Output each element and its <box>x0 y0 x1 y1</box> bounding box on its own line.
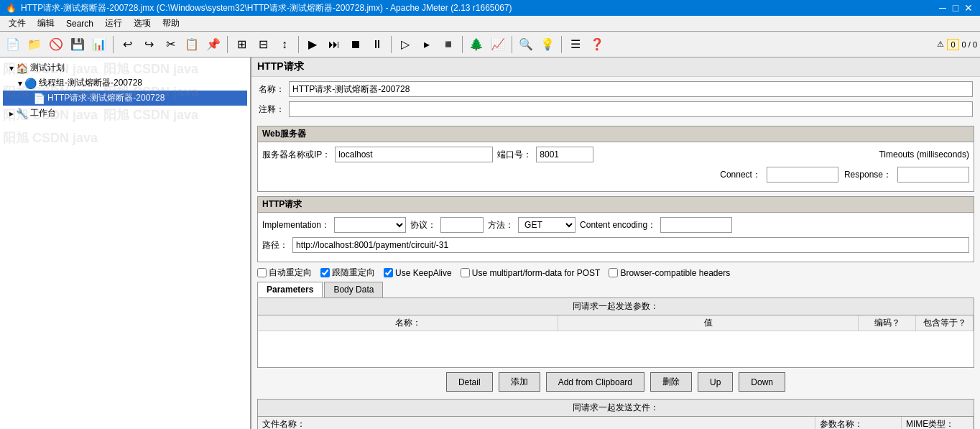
tree-node-thread-group[interactable]: ▾ 🔵 线程组-测试熔断器-200728 <box>3 75 247 91</box>
right-panel: HTTP请求 名称： 注释： Web服务器 服务器名称或IP： <box>251 57 980 429</box>
response-label: Response： <box>844 169 892 181</box>
expand-button[interactable]: ⊞ <box>231 34 251 55</box>
tabs: Parameters Body Data <box>257 282 974 297</box>
tree-node-work-bench[interactable]: ▸ 🔧 工作台 <box>3 106 247 121</box>
encoding-input[interactable] <box>660 217 732 233</box>
save-button[interactable]: 💾 <box>68 34 88 55</box>
browser-compat-text: Browser-compatible headers <box>620 268 730 278</box>
add-from-clipboard-button[interactable]: Add from Clipboard <box>546 372 644 392</box>
auto-redirect-label[interactable]: 自动重定向 <box>257 267 312 279</box>
implementation-select[interactable]: HttpClient4 Java <box>334 217 406 233</box>
browser-compat-label[interactable]: Browser-compatible headers <box>609 268 730 278</box>
close-button[interactable]: ✕ <box>963 2 974 14</box>
multipart-checkbox[interactable] <box>461 268 470 277</box>
minimize-button[interactable]: ─ <box>937 2 948 14</box>
cut-button[interactable]: ✂ <box>160 34 180 55</box>
tree-label-test-plan: 测试计划 <box>30 62 65 74</box>
start-button[interactable]: ▶ <box>302 34 323 55</box>
tree-node-http-request[interactable]: 📄 HTTP请求-测试熔断器-200728 <box>3 91 247 106</box>
left-panel: 阳旭 CSDN java 阳旭 CSDN java 阳旭 CSDN java 阳… <box>0 57 251 429</box>
comment-input[interactable] <box>289 101 973 117</box>
copy-button[interactable]: 📋 <box>182 34 202 55</box>
remote-stop-button[interactable]: ◾ <box>438 34 458 55</box>
menu-search[interactable]: Search <box>60 16 99 31</box>
keep-alive-label[interactable]: Use KeepAlive <box>384 268 452 278</box>
results-tree-button[interactable]: 🌲 <box>466 34 486 55</box>
collapse-button[interactable]: ⊟ <box>253 34 273 55</box>
method-select[interactable]: GET POST PUT DELETE <box>518 217 575 233</box>
browser-compat-checkbox[interactable] <box>609 268 618 277</box>
save-as-button[interactable]: 📊 <box>89 34 109 55</box>
tree-expand-thread-group[interactable]: ▾ <box>16 78 24 88</box>
menu-run[interactable]: 运行 <box>99 16 128 31</box>
clear-button[interactable]: ☰ <box>565 34 586 55</box>
toolbar-separator-1 <box>113 36 114 53</box>
multipart-label[interactable]: Use multipart/form-data for POST <box>461 268 601 278</box>
open-button[interactable]: 📁 <box>24 34 45 55</box>
tree-node-test-plan[interactable]: ▾ 🏠 测试计划 <box>3 60 247 75</box>
stop-button[interactable]: ⏹ <box>346 34 366 55</box>
response-input[interactable] <box>897 167 969 183</box>
error-button[interactable]: 🚫 <box>46 34 66 55</box>
tree-expand-test-plan[interactable]: ▾ <box>7 63 16 73</box>
menu-help[interactable]: 帮助 <box>157 16 185 31</box>
keep-alive-checkbox[interactable] <box>384 268 393 277</box>
port-label: 端口号： <box>497 149 532 161</box>
undo-button[interactable]: ↩ <box>117 34 137 55</box>
app-icon: 🔥 <box>6 3 17 13</box>
start-no-pause-button[interactable]: ⏭ <box>324 34 344 55</box>
work-bench-icon: 🔧 <box>16 108 28 119</box>
comment-row: 注释： <box>259 101 973 117</box>
tree-expand-work-bench[interactable]: ▸ <box>7 109 16 119</box>
results-aggregate-button[interactable]: 📈 <box>488 34 508 55</box>
paste-button[interactable]: 📌 <box>203 34 223 55</box>
files-column-headers: 文件名称： 参数名称： MIME类型： <box>258 417 974 429</box>
auto-redirect-checkbox[interactable] <box>257 268 267 277</box>
maximize-button[interactable]: □ <box>950 2 961 14</box>
warning-icon: ⚠ <box>937 40 944 49</box>
name-input[interactable] <box>289 81 973 97</box>
protocol-input[interactable] <box>440 217 484 233</box>
params-header: 同请求一起发送参数： <box>258 298 974 315</box>
server-input[interactable] <box>335 147 493 162</box>
toggle-button[interactable]: ↕ <box>274 34 295 55</box>
tab-body-data[interactable]: Body Data <box>324 282 383 297</box>
follow-redirect-checkbox[interactable] <box>320 268 330 277</box>
col-encode: 编码？ <box>859 315 916 331</box>
add-button[interactable]: 添加 <box>499 372 540 392</box>
multipart-text: Use multipart/form-data for POST <box>472 268 601 278</box>
menu-edit[interactable]: 编辑 <box>32 16 60 31</box>
down-button[interactable]: Down <box>739 372 785 392</box>
method-label: 方法： <box>488 219 514 231</box>
params-table: 同请求一起发送参数： 名称： 值 编码？ 包含等于？ <box>257 297 974 368</box>
shutdown-button[interactable]: ⏸ <box>367 34 387 55</box>
path-input[interactable] <box>292 237 969 253</box>
http-request-label: HTTP请求 <box>258 197 974 213</box>
toolbar-separator-3 <box>298 36 299 53</box>
http-request-section: HTTP请求 Implementation： HttpClient4 Java … <box>257 196 974 262</box>
keep-alive-text: Use KeepAlive <box>395 268 452 278</box>
remote-start-all-button[interactable]: ▸ <box>417 34 437 55</box>
toolbar-separator-4 <box>391 36 392 53</box>
menu-file[interactable]: 文件 <box>3 16 32 31</box>
menu-options[interactable]: 选项 <box>128 16 157 31</box>
params-column-headers: 名称： 值 编码？ 包含等于？ <box>258 315 974 331</box>
files-header: 同请求一起发送文件： <box>258 400 974 417</box>
redo-button[interactable]: ↪ <box>139 34 159 55</box>
search-button[interactable]: 🔍 <box>516 34 536 55</box>
web-server-title: Web服务器 <box>258 126 974 142</box>
col-mime-type: MIME类型： <box>902 417 974 429</box>
delete-button[interactable]: 删除 <box>650 372 692 392</box>
port-input[interactable] <box>536 147 593 162</box>
help-button[interactable]: ❓ <box>587 34 607 55</box>
detail-button[interactable]: Detail <box>446 372 493 392</box>
encoding-label: Content encoding： <box>580 219 656 231</box>
function-helper-button[interactable]: 💡 <box>537 34 558 55</box>
toolbar: 📄 📁 🚫 💾 📊 ↩ ↪ ✂ 📋 📌 ⊞ ⊟ ↕ ▶ ⏭ ⏹ ⏸ ▷ ▸ ◾ … <box>0 32 980 57</box>
connect-input[interactable] <box>767 167 838 183</box>
follow-redirect-label[interactable]: 跟随重定向 <box>320 267 375 279</box>
up-button[interactable]: Up <box>698 372 733 392</box>
new-button[interactable]: 📄 <box>3 34 23 55</box>
tab-parameters[interactable]: Parameters <box>257 282 323 297</box>
remote-start-button[interactable]: ▷ <box>395 34 415 55</box>
